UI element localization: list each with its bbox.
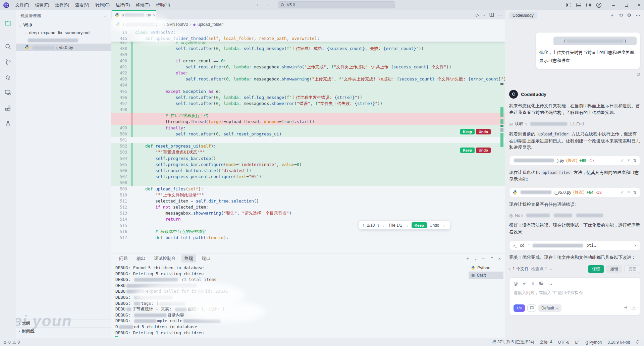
- nav-back-icon[interactable]: ‹: [257, 0, 259, 10]
- debug-icon[interactable]: [4, 74, 12, 81]
- keep-all-button[interactable]: 保留: [588, 265, 604, 273]
- revert-all-button[interactable]: 撤销: [606, 265, 622, 273]
- chat-mode-button[interactable]: [527, 304, 536, 312]
- accept-icon[interactable]: ✓: [621, 158, 624, 163]
- model-selector[interactable]: Default⌄: [538, 304, 561, 312]
- assistant-more-icon[interactable]: ⋯: [636, 12, 640, 18]
- nav-forward-icon[interactable]: ›: [266, 0, 268, 10]
- timeline-section[interactable]: ›时间线: [16, 327, 111, 335]
- run-python-icon[interactable]: ▷: [476, 12, 479, 17]
- command-center-search[interactable]: V5.0: [278, 1, 395, 8]
- menu-查看(V)[interactable]: 查看(V): [72, 0, 92, 10]
- panel-tab-终端[interactable]: 终端: [181, 254, 196, 263]
- undo-button[interactable]: Undo: [476, 148, 491, 153]
- file-change-card[interactable]: i_v5.0.py (修改) +64 -13 ✓×⇅: [509, 188, 640, 197]
- panel-tab-端口[interactable]: 端口: [199, 254, 214, 263]
- explorer-more-icon[interactable]: ⋯: [102, 13, 107, 18]
- toggle-left-panel-icon[interactable]: [564, 0, 574, 10]
- next-change-icon[interactable]: ↓: [377, 223, 379, 228]
- errors-icon[interactable]: ⊘: [3, 340, 7, 345]
- new-terminal-icon[interactable]: ＋: [466, 255, 470, 262]
- restore-button[interactable]: [621, 0, 631, 10]
- keep-button[interactable]: Keep: [460, 129, 475, 134]
- editor-more-icon[interactable]: ⋯: [498, 12, 502, 17]
- menu-帮助(H)[interactable]: 帮助(H): [153, 0, 173, 10]
- view-changes-button[interactable]: 变更: [624, 265, 640, 273]
- close-button[interactable]: ×: [634, 0, 644, 10]
- image-icon[interactable]: [539, 281, 543, 286]
- settings-gear-icon[interactable]: ⚙: [627, 12, 631, 18]
- prev-change-icon[interactable]: ↑: [362, 223, 364, 228]
- toggle-bottom-panel-icon[interactable]: [574, 0, 584, 10]
- menu-选择(S)[interactable]: 选择(S): [52, 0, 72, 10]
- assistant-tab[interactable]: CodeBuddy: [509, 12, 537, 19]
- menu-运行(R)[interactable]: 运行(R): [113, 0, 133, 10]
- panel-tab-问题[interactable]: 问题: [116, 254, 131, 263]
- terminal-command-card[interactable]: >_ cd ' pti… ×: [509, 241, 640, 250]
- notifications-bell-icon[interactable]: [636, 340, 640, 344]
- cursor-position[interactable]: 行 371, 列 5 (已选择24): [492, 339, 534, 345]
- extensions-icon[interactable]: [4, 105, 12, 112]
- keep-button[interactable]: Keep: [460, 148, 475, 153]
- link-icon[interactable]: [523, 281, 527, 286]
- account-icon[interactable]: [594, 0, 604, 10]
- grid-icon[interactable]: ⌗: [532, 281, 534, 286]
- open-diff-icon[interactable]: ⇅: [633, 158, 637, 163]
- toggle-right-panel-icon[interactable]: [584, 0, 594, 10]
- language-mode[interactable]: {} Python: [586, 340, 602, 345]
- terminal-profile-Craft[interactable]: ▦Craft: [469, 272, 503, 279]
- file-row[interactable]: [16, 36, 111, 44]
- warnings-icon[interactable]: ⚠: [12, 340, 16, 345]
- accept-icon[interactable]: ✓: [621, 190, 624, 195]
- keep-button[interactable]: Keep: [412, 222, 427, 228]
- maximize-panel-icon[interactable]: ⌃: [490, 256, 494, 261]
- python-interpreter[interactable]: 3.10.9 64-bit: [607, 340, 630, 345]
- menu-编辑(E)[interactable]: 编辑(E): [32, 0, 52, 10]
- panel-tab-输出[interactable]: 输出: [133, 254, 148, 263]
- terminal-dropdown-icon[interactable]: ⌄: [474, 257, 477, 261]
- reject-icon[interactable]: ×: [627, 190, 630, 195]
- panel-more-icon[interactable]: ⋯: [482, 256, 486, 261]
- file-change-card[interactable]: ).py (修改) +99 -17 ✓×⇅: [509, 156, 640, 165]
- eol-sequence[interactable]: LF: [575, 340, 580, 345]
- search-icon[interactable]: [4, 43, 12, 50]
- file-row[interactable]: i_v5.0.py: [16, 44, 111, 51]
- send-icon[interactable]: [623, 305, 628, 310]
- prev-file-icon[interactable]: ←: [382, 223, 386, 228]
- new-chat-icon[interactable]: ＋: [610, 12, 614, 18]
- editor-tab[interactable]: s.py ×: [112, 10, 156, 19]
- breadcrumb[interactable]: sy›◇SVNToolV2›◆upload_folder: [111, 19, 505, 30]
- split-editor-icon[interactable]: [489, 12, 494, 17]
- terminal-profile-Python[interactable]: Python: [469, 264, 503, 272]
- next-file-icon[interactable]: →: [405, 223, 409, 228]
- panel-tab-调试控制台[interactable]: 调试控制台: [151, 254, 179, 263]
- undo-button[interactable]: Undo: [476, 129, 491, 134]
- mention-icon[interactable]: @: [514, 281, 518, 286]
- workflow-icon[interactable]: [548, 281, 552, 286]
- menu-文件(F)[interactable]: 文件(F): [12, 0, 32, 10]
- close-panel-icon[interactable]: ×: [498, 256, 501, 261]
- expand-icon[interactable]: ›: [509, 267, 510, 271]
- explorer-folder-icon[interactable]: [4, 19, 12, 27]
- tab-close-icon[interactable]: ×: [153, 13, 156, 18]
- menu-终端(T)[interactable]: 终端(T): [133, 0, 153, 10]
- history-icon[interactable]: ⟲: [619, 12, 623, 18]
- test-beaker-icon[interactable]: [4, 120, 12, 127]
- outline-section[interactable]: ›大纲: [16, 319, 111, 327]
- more-actions-icon[interactable]: ⋮: [442, 223, 446, 228]
- run-dropdown-icon[interactable]: ⌄: [483, 13, 486, 17]
- file-row[interactable]: ↓deep_expand_fix_summary.md: [16, 29, 111, 36]
- explorer-root-folder[interactable]: ⌄ V5.0: [16, 21, 111, 29]
- open-diff-icon[interactable]: ⇅: [633, 190, 637, 195]
- undo-button[interactable]: Undo: [430, 223, 439, 228]
- chat-input-box[interactable]: @ ⌗ 请输入问题，或输入 "/" 使用便捷指令 </> Default⌄: [509, 277, 640, 315]
- terminal-output[interactable]: DEBUG: Found 5 children in databaseDEBUG…: [115, 265, 471, 337]
- encoding[interactable]: UTF-8: [558, 340, 570, 345]
- restore-checkpoint-icon[interactable]: ↺: [509, 72, 640, 77]
- chevron-down-icon[interactable]: ⌄: [549, 267, 552, 271]
- breadcrumb-item[interactable]: upload_folder: [198, 22, 223, 27]
- breadcrumb-item[interactable]: sy: [122, 22, 158, 27]
- reject-icon[interactable]: ×: [627, 158, 630, 163]
- dismiss-icon[interactable]: ×: [634, 243, 637, 248]
- menu-转到(G)[interactable]: 转到(G): [92, 0, 113, 10]
